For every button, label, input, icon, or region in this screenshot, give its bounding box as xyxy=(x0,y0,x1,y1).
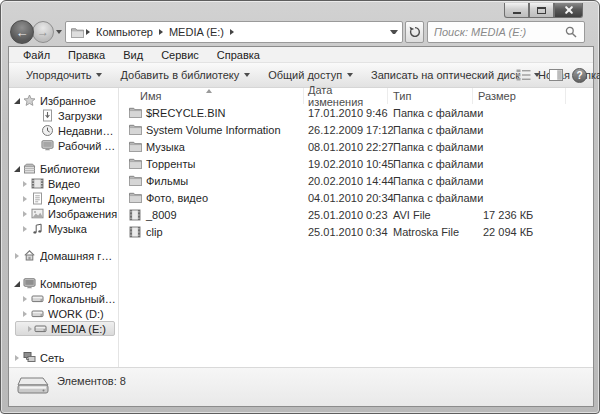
sidebar-group-computer[interactable]: Компьютер xyxy=(11,276,118,291)
command-bar: Упорядочить Добавить в библиотеку Общий … xyxy=(9,63,593,88)
search-placeholder: Поиск: MEDIA (E:) xyxy=(434,26,564,38)
recent-pages-dropdown[interactable] xyxy=(56,30,62,34)
libraries-icon xyxy=(22,162,36,176)
navigation-pane: Избранное Загрузки Недавние места Рабочи… xyxy=(9,88,119,367)
forward-arrow-icon: → xyxy=(37,25,49,39)
folder-icon xyxy=(128,123,142,137)
sidebar-item-music[interactable]: Музыка xyxy=(9,221,118,236)
video-file-icon xyxy=(128,225,142,239)
pictures-icon xyxy=(30,207,44,221)
expand-icon[interactable] xyxy=(19,296,30,302)
menu-tools[interactable]: Сервис xyxy=(152,49,208,61)
column-header-type[interactable]: Тип xyxy=(388,88,473,104)
address-bar[interactable]: Компьютер MEDIA (E:) xyxy=(65,21,403,43)
chevron-down-icon xyxy=(244,73,250,77)
folder-icon xyxy=(128,174,142,188)
drive-icon xyxy=(16,373,50,399)
expand-icon[interactable] xyxy=(19,226,30,232)
folder-icon xyxy=(128,157,142,171)
breadcrumb-computer[interactable]: Компьютер xyxy=(92,26,157,38)
menu-file[interactable]: Файл xyxy=(14,49,59,61)
collapse-icon[interactable] xyxy=(11,98,22,104)
add-to-library-button[interactable]: Добавить в библиотеку xyxy=(111,66,259,84)
minimize-icon xyxy=(513,12,521,14)
window-controls xyxy=(504,3,583,18)
burn-disc-button[interactable]: Записать на оптический диск xyxy=(362,66,529,84)
back-button[interactable]: ← xyxy=(10,20,34,44)
sidebar-group-homegroup[interactable]: Домашняя группа xyxy=(11,248,118,263)
table-row[interactable]: Торренты 19.02.2010 10:45 Папка с файлам… xyxy=(119,155,593,172)
table-row[interactable]: clip 25.01.2010 0:34 Matroska File 22 09… xyxy=(119,223,593,240)
organize-button[interactable]: Упорядочить xyxy=(17,66,111,84)
expand-icon[interactable] xyxy=(11,355,22,361)
collapse-icon[interactable] xyxy=(11,166,22,172)
expand-icon[interactable] xyxy=(19,181,30,187)
menu-help[interactable]: Справка xyxy=(208,49,269,61)
breadcrumb-separator-icon xyxy=(159,29,163,35)
views-button[interactable] xyxy=(516,69,540,81)
column-header-date[interactable]: Дата изменения xyxy=(304,88,388,104)
sidebar-group-network[interactable]: Сеть xyxy=(11,350,118,365)
table-row[interactable]: System Volume Information 26.12.2009 17:… xyxy=(119,121,593,138)
maximize-button[interactable] xyxy=(529,3,554,18)
forward-button[interactable]: → xyxy=(32,21,54,43)
expand-icon[interactable] xyxy=(26,326,33,332)
preview-pane-button[interactable] xyxy=(549,69,563,81)
share-button[interactable]: Общий доступ xyxy=(259,66,362,84)
menu-view[interactable]: Вид xyxy=(114,49,152,61)
explorer-window: ← → Компьютер MEDIA (E:) Поиск: MEDIA (E… xyxy=(0,0,600,414)
maximize-icon xyxy=(537,7,546,14)
expand-icon[interactable] xyxy=(19,196,30,202)
address-dropdown[interactable] xyxy=(390,30,398,34)
hard-drive-icon xyxy=(30,307,44,321)
search-box[interactable]: Поиск: MEDIA (E:) xyxy=(427,21,585,43)
collapse-icon[interactable] xyxy=(11,281,22,287)
chevron-down-icon xyxy=(96,73,102,77)
close-button[interactable] xyxy=(554,3,583,18)
sidebar-item-desktop[interactable]: Рабочий стол xyxy=(9,138,118,153)
refresh-button[interactable] xyxy=(405,21,424,43)
sidebar-item-work-d[interactable]: WORK (D:) xyxy=(9,306,118,321)
sidebar-group-libraries[interactable]: Библиотеки xyxy=(11,161,118,176)
refresh-icon xyxy=(409,26,421,38)
table-row[interactable]: Фильмы 20.02.2010 14:44 Папка с файлами xyxy=(119,172,593,189)
address-row: ← → Компьютер MEDIA (E:) Поиск: MEDIA (E… xyxy=(1,19,600,45)
table-row[interactable]: Музыка 08.01.2010 22:27 Папка с файлами xyxy=(119,138,593,155)
folder-icon xyxy=(128,106,142,120)
table-row[interactable]: Фото, видео 04.01.2010 20:34 Папка с фай… xyxy=(119,189,593,206)
views-icon xyxy=(516,69,531,81)
sidebar-group-favorites[interactable]: Избранное xyxy=(11,93,118,108)
column-header-name[interactable]: Имя xyxy=(119,88,304,104)
sidebar-item-local-disk-c[interactable]: Локальный диск (C xyxy=(9,291,118,306)
menu-bar: Файл Правка Вид Сервис Справка xyxy=(9,47,593,63)
column-headers: Имя Дата изменения Тип Размер xyxy=(119,88,593,104)
network-icon xyxy=(22,351,36,365)
details-pane: Элементов: 8 xyxy=(9,367,593,406)
music-icon xyxy=(30,222,44,236)
recent-places-icon xyxy=(40,124,54,138)
expand-icon[interactable] xyxy=(19,211,30,217)
chevron-down-icon xyxy=(534,73,540,77)
downloads-icon xyxy=(40,109,54,123)
folder-icon xyxy=(128,191,142,205)
table-row[interactable]: _8009 25.01.2010 0:23 AVI File 17 236 КБ xyxy=(119,206,593,223)
file-rows: $RECYCLE.BIN 17.01.2010 9:46 Папка с фай… xyxy=(119,104,593,367)
back-arrow-icon: ← xyxy=(16,25,29,40)
help-button[interactable]: ? xyxy=(572,68,587,83)
hard-drive-icon xyxy=(30,292,44,306)
sidebar-item-media-e[interactable]: MEDIA (E:) xyxy=(15,321,115,336)
expand-icon[interactable] xyxy=(11,253,22,259)
minimize-button[interactable] xyxy=(504,3,529,18)
breadcrumb-media-e[interactable]: MEDIA (E:) xyxy=(165,26,228,38)
items-count: Элементов: 8 xyxy=(57,375,126,387)
sidebar-item-recent-places[interactable]: Недавние места xyxy=(9,123,118,138)
favorites-star-icon xyxy=(22,94,36,108)
expand-icon[interactable] xyxy=(19,311,30,317)
column-header-size[interactable]: Размер xyxy=(473,88,566,104)
menu-edit[interactable]: Правка xyxy=(59,49,114,61)
sidebar-item-downloads[interactable]: Загрузки xyxy=(9,108,118,123)
sidebar-item-documents[interactable]: Документы xyxy=(9,191,118,206)
sidebar-item-videos[interactable]: Видео xyxy=(9,176,118,191)
sidebar-item-pictures[interactable]: Изображения xyxy=(9,206,118,221)
main-area: Избранное Загрузки Недавние места Рабочи… xyxy=(9,88,593,367)
